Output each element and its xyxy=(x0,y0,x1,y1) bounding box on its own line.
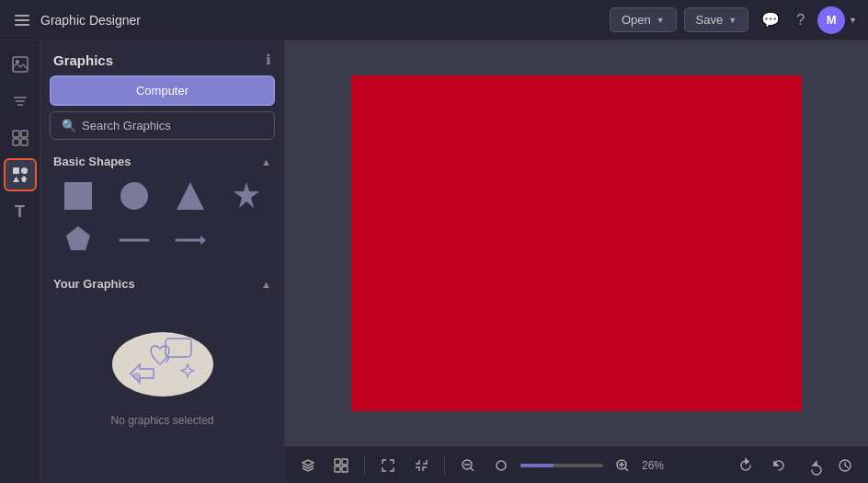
menu-icon[interactable] xyxy=(11,11,33,29)
shape-square[interactable] xyxy=(53,178,102,214)
your-graphics-section: Your Graphics ▲ xyxy=(40,271,284,432)
rail-image-icon[interactable] xyxy=(4,48,37,81)
zoom-controls: 26% xyxy=(454,452,671,479)
svg-marker-15 xyxy=(177,182,204,210)
separator-1 xyxy=(364,456,365,475)
zoom-label: 26% xyxy=(642,459,671,472)
shape-circle[interactable] xyxy=(109,178,158,214)
basic-shapes-title: Basic Shapes xyxy=(53,155,131,168)
svg-rect-7 xyxy=(13,139,19,145)
shape-line[interactable] xyxy=(109,222,158,259)
svg-rect-30 xyxy=(342,466,348,472)
grid-icon[interactable] xyxy=(327,452,355,479)
svg-marker-11 xyxy=(13,177,19,182)
svg-rect-28 xyxy=(342,459,348,465)
bottombar: 26% xyxy=(285,446,868,483)
svg-point-34 xyxy=(497,461,506,470)
history-icon[interactable] xyxy=(831,452,859,479)
chevron-down-icon: ▼ xyxy=(728,16,737,25)
rail-layout-icon[interactable] xyxy=(4,121,37,155)
canvas-surface[interactable] xyxy=(351,75,802,411)
canvas-column: 26% xyxy=(285,40,868,483)
no-graphics-label: No graphics selected xyxy=(110,414,213,427)
svg-rect-13 xyxy=(64,182,92,210)
svg-marker-41 xyxy=(813,462,817,466)
tab-search[interactable]: 🔍 Search Graphics xyxy=(50,111,275,140)
info-icon[interactable]: ℹ xyxy=(266,52,271,68)
collapse-icon[interactable] xyxy=(407,452,435,479)
shape-pentagon[interactable] xyxy=(53,222,102,259)
rail-filter-icon[interactable] xyxy=(4,85,37,118)
tab-computer[interactable]: Computer xyxy=(50,75,275,106)
svg-point-14 xyxy=(120,182,148,210)
svg-point-26 xyxy=(136,375,138,377)
zoom-in-icon[interactable] xyxy=(609,452,636,479)
sidebar-title: Graphics xyxy=(53,52,113,68)
avatar-dropdown[interactable]: M ▼ xyxy=(817,6,857,34)
redo-icon[interactable] xyxy=(798,452,826,479)
save-button[interactable]: Save ▼ xyxy=(684,7,749,32)
sidebar-header: Graphics ℹ xyxy=(40,40,284,75)
open-button[interactable]: Open ▼ xyxy=(610,7,677,32)
chevron-up-icon-2[interactable]: ▲ xyxy=(261,279,271,290)
chat-icon[interactable]: 💬 xyxy=(758,7,783,32)
shapes-grid xyxy=(53,178,271,259)
graphics-illustration xyxy=(103,309,223,401)
shape-arrow[interactable] xyxy=(166,222,215,259)
rail-text-icon[interactable]: T xyxy=(4,195,37,228)
svg-marker-12 xyxy=(21,176,27,182)
svg-marker-20 xyxy=(200,236,206,245)
svg-marker-17 xyxy=(66,226,90,250)
separator-2 xyxy=(444,456,445,475)
expand-icon[interactable] xyxy=(374,452,402,479)
app-title: Graphic Designer xyxy=(40,13,141,28)
svg-point-10 xyxy=(21,167,28,174)
tabs-row: Computer 🔍 Search Graphics xyxy=(40,75,284,149)
basic-shapes-section: Basic Shapes ▲ xyxy=(40,149,284,271)
svg-rect-5 xyxy=(13,131,19,137)
sidebar: Graphics ℹ Computer 🔍 Search Graphics Ba… xyxy=(40,40,285,483)
svg-rect-9 xyxy=(13,167,19,174)
zoom-out-icon[interactable] xyxy=(454,452,482,479)
zoom-slider-track xyxy=(520,464,554,467)
chevron-up-icon[interactable]: ▲ xyxy=(261,156,271,167)
svg-line-32 xyxy=(471,467,474,471)
shape-triangle[interactable] xyxy=(166,178,215,214)
chevron-down-icon: ▼ xyxy=(657,16,665,25)
undo-icon[interactable] xyxy=(765,452,793,479)
topbar-left: Graphic Designer xyxy=(11,11,600,29)
svg-rect-6 xyxy=(21,131,28,137)
svg-marker-16 xyxy=(234,182,259,208)
svg-rect-8 xyxy=(21,139,28,145)
zoom-circle-icon[interactable] xyxy=(487,452,515,479)
your-graphics-title: Your Graphics xyxy=(53,277,135,291)
search-icon: 🔍 xyxy=(62,119,76,132)
basic-shapes-header: Basic Shapes ▲ xyxy=(53,155,271,168)
chevron-down-icon: ▼ xyxy=(849,16,857,25)
your-graphics-header: Your Graphics ▲ xyxy=(53,277,271,291)
search-graphics-label: Search Graphics xyxy=(82,119,171,132)
svg-point-21 xyxy=(112,332,213,397)
topbar: Graphic Designer Open ▼ Save ▼ 💬 ? M ▼ xyxy=(0,0,868,40)
main-area: T Graphics ℹ Computer 🔍 Search Graphics … xyxy=(0,40,868,483)
shape-star[interactable] xyxy=(223,178,271,214)
svg-point-1 xyxy=(16,60,19,63)
topbar-right: 💬 ? M ▼ xyxy=(758,6,857,34)
svg-rect-29 xyxy=(335,466,340,472)
topbar-center: Open ▼ Save ▼ xyxy=(610,7,748,32)
icon-rail: T xyxy=(0,40,40,483)
svg-line-36 xyxy=(625,467,629,471)
rail-shapes-icon[interactable] xyxy=(4,158,37,191)
svg-marker-39 xyxy=(746,459,748,464)
zoom-slider[interactable] xyxy=(520,464,603,467)
layers-icon[interactable] xyxy=(294,452,322,479)
canvas-area[interactable] xyxy=(285,40,868,446)
avatar: M xyxy=(817,6,845,34)
help-icon[interactable]: ? xyxy=(793,8,808,32)
svg-rect-27 xyxy=(335,459,340,465)
refresh-icon[interactable] xyxy=(732,452,760,479)
